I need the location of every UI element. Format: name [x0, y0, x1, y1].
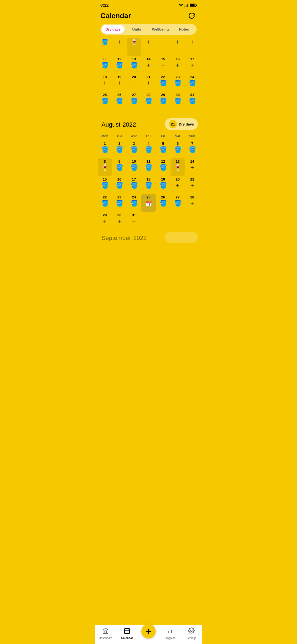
cal-cell[interactable]: 31 🪣 [185, 92, 199, 110]
cal-cell[interactable]: 6 🪣 [170, 140, 185, 158]
coffee-icon: 🪣 [101, 98, 109, 104]
coffee-icon: 🪣 [189, 80, 196, 86]
july-week2: 11 🪣 12 🪣 13 🪣 14 + 15 + 16 + [97, 56, 200, 74]
tab-wellbeing[interactable]: Wellbeing [149, 25, 172, 34]
coffee-icon: 🪣 [174, 80, 182, 86]
svg-rect-2 [187, 4, 188, 7]
cal-cell[interactable]: 9 🪣 [112, 158, 127, 176]
cal-cell[interactable]: 24 🪣 [185, 74, 199, 92]
cal-cell-wine[interactable]: 🍷 [127, 38, 141, 56]
cal-cell[interactable]: 28 🪣 [141, 92, 156, 110]
cal-cell-today[interactable]: 25 📅 [141, 194, 156, 212]
cal-cell[interactable]: 16 🪣 [112, 176, 127, 194]
cal-cell[interactable]: 22 🪣 [156, 74, 170, 92]
tab-dry-days[interactable]: Dry days [101, 25, 125, 34]
july-week4: 25 🪣 26 🪣 27 🪣 28 🪣 29 🪣 30 🪣 [97, 92, 200, 110]
august-month-title: August2022 [99, 120, 136, 129]
cal-cell[interactable]: 17 🪣 [127, 176, 141, 194]
coffee-icon: 🪣 [116, 98, 123, 104]
cal-cell[interactable]: 12 🪣 [112, 56, 127, 74]
cal-cell[interactable]: 18 🪣 [141, 176, 156, 194]
plus-icon: + [176, 39, 180, 45]
cal-cell[interactable]: 29 + [98, 212, 112, 230]
cal-cell[interactable]: 23 🪣 [170, 74, 185, 92]
cal-cell[interactable]: 🪣 [98, 38, 112, 56]
august-week5: 29 + 30 + 31 + [97, 212, 200, 230]
refresh-button[interactable] [187, 11, 197, 21]
cal-cell[interactable]: 10 🪣 [127, 158, 141, 176]
cal-cell[interactable]: 7 🪣 [185, 140, 199, 158]
coffee-icon: 🪣 [101, 147, 109, 153]
august-week1: 1 🪣 2 🪣 3 🪣 4 🪣 5 🪣 6 🪣 [97, 140, 200, 158]
plus-icon: + [118, 39, 121, 45]
cal-cell[interactable]: + [141, 38, 156, 56]
coffee-icon: 🪣 [160, 182, 167, 189]
cal-cell[interactable]: 2 🪣 [112, 140, 127, 158]
cal-cell[interactable]: 21 + [141, 74, 156, 92]
cal-cell[interactable]: 4 🪣 [141, 140, 156, 158]
cal-cell[interactable]: 17 + [185, 56, 199, 74]
cal-cell[interactable]: 27 🪣 [170, 194, 185, 212]
weekday-tue: Tue [112, 133, 127, 139]
weekday-sat: Sat [170, 133, 185, 139]
cal-cell[interactable]: 14 + [141, 56, 156, 74]
cal-cell[interactable]: 12 🪣 [156, 158, 170, 176]
cal-cell[interactable]: + [156, 38, 170, 56]
cal-cell-wine[interactable]: 8 🍷 [98, 158, 112, 176]
svg-rect-3 [188, 4, 188, 7]
coffee-icon: 🪣 [130, 182, 138, 189]
august-dry-days-count: 21 [169, 120, 177, 128]
cal-cell[interactable]: 23 🪣 [112, 194, 127, 212]
cal-cell[interactable]: 22 🪣 [98, 194, 112, 212]
cal-cell-empty [170, 212, 185, 230]
cal-cell[interactable]: 29 🪣 [156, 92, 170, 110]
cal-cell[interactable]: 31 + [127, 212, 141, 230]
cal-cell[interactable]: 20 + [127, 74, 141, 92]
cal-cell[interactable]: 28 + [185, 194, 199, 212]
cal-cell[interactable]: 15 + [156, 56, 170, 74]
svg-rect-6 [196, 4, 197, 6]
refresh-icon [188, 12, 195, 19]
plus-icon: + [191, 182, 194, 189]
coffee-icon: 🪣 [145, 147, 152, 153]
cal-cell[interactable]: + [185, 38, 199, 56]
cal-cell[interactable]: 26 🪣 [156, 194, 170, 212]
cal-cell[interactable]: 26 🪣 [112, 92, 127, 110]
cal-cell[interactable]: 11 🪣 [98, 56, 112, 74]
tab-units[interactable]: Units [125, 25, 148, 34]
cal-cell[interactable]: 11 🪣 [141, 158, 156, 176]
cal-cell[interactable]: 14 + [185, 158, 199, 176]
cal-cell[interactable]: 15 🪣 [98, 176, 112, 194]
coffee-icon: 🪣 [116, 62, 123, 68]
coffee-icon: 🪣 [101, 200, 109, 206]
wine-icon: 🍷 [174, 165, 182, 171]
cal-cell[interactable]: + [170, 38, 185, 56]
cal-cell[interactable]: 13 🪣 [127, 56, 141, 74]
coffee-icon: 🪣 [160, 98, 167, 104]
cal-cell[interactable]: 5 🪣 [156, 140, 170, 158]
september-dry-days-badge-partial [165, 232, 198, 243]
svg-rect-5 [190, 4, 195, 6]
cal-cell-empty [141, 212, 156, 230]
cal-cell[interactable]: 25 🪣 [98, 92, 112, 110]
cal-cell[interactable]: 21 + [185, 176, 199, 194]
plus-icon: + [176, 62, 180, 68]
cal-cell[interactable]: 19 + [112, 74, 127, 92]
cal-cell[interactable]: 16 + [170, 56, 185, 74]
cal-cell[interactable]: + [112, 38, 127, 56]
cal-cell-wine[interactable]: 13 🍷 [170, 158, 185, 176]
cal-cell[interactable]: 20 + [170, 176, 185, 194]
cal-cell[interactable]: 18 + [98, 74, 112, 92]
cal-cell[interactable]: 27 🪣 [127, 92, 141, 110]
cal-cell[interactable]: 30 🪣 [170, 92, 185, 110]
cal-cell[interactable]: 1 🪣 [98, 140, 112, 158]
cal-cell[interactable]: 3 🪣 [127, 140, 141, 158]
tabs-container: Dry days Units Wellbeing Notes [95, 24, 202, 38]
plus-icon: + [191, 165, 194, 171]
cal-cell[interactable]: 24 🪣 [127, 194, 141, 212]
tab-notes[interactable]: Notes [172, 25, 196, 34]
plus-icon: + [191, 200, 194, 206]
cal-cell[interactable]: 19 🪣 [156, 176, 170, 194]
coffee-icon: 🪣 [101, 39, 108, 45]
cal-cell[interactable]: 30 + [112, 212, 127, 230]
